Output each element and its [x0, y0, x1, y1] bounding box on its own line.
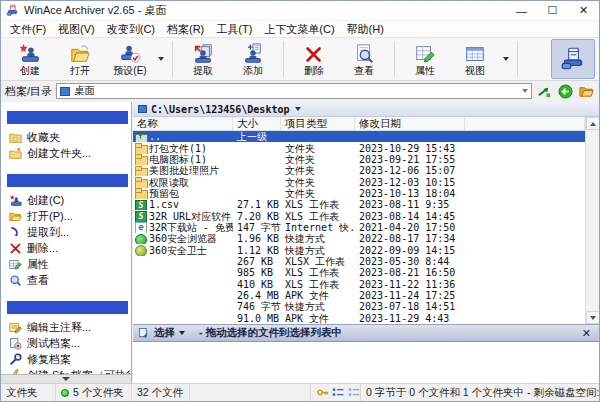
menu-tools[interactable]: 工具(T): [210, 21, 258, 38]
archiver-mode-button[interactable]: [551, 39, 595, 79]
open-archive-label: 打开: [70, 66, 90, 76]
menu-view[interactable]: 视图(V): [52, 21, 101, 38]
status-folders: 5 个文件夹: [56, 384, 132, 401]
archive-directory-combo[interactable]: 桌面: [56, 83, 532, 99]
presets-icon: [119, 43, 141, 65]
chevron-down-icon: [590, 316, 596, 320]
back-button[interactable]: [557, 83, 574, 100]
scroll-up-button[interactable]: [586, 117, 600, 130]
table-row[interactable]: 91.0 MB APK 文件 2023-11-29 4:43: [133, 313, 585, 324]
table-row[interactable]: 746 字节 快捷方式 2023-07-18 14:51: [133, 301, 585, 312]
path-bar[interactable]: C:\Users\123456\Desktop: [133, 102, 599, 117]
folder-icon: [135, 177, 146, 187]
address-label: 档案/目录: [5, 84, 52, 99]
properties-button[interactable]: 属性: [400, 39, 450, 79]
new-folder-icon: [9, 147, 22, 160]
selection-list-area[interactable]: [133, 341, 599, 383]
table-row[interactable]: 32R下载站 - 免费... 147 字节 Internet 快... 2021…: [133, 222, 585, 233]
column-header-size[interactable]: 大小: [233, 117, 281, 130]
favorites-folder-icon: [9, 131, 22, 144]
table-row[interactable]: 美图批处理照片 文件夹 2023-12-06 15:07: [133, 165, 585, 176]
selection-close-button[interactable]: ✕: [579, 327, 594, 340]
column-header-type[interactable]: 项目类型: [281, 117, 355, 130]
up-folder-icon: [135, 132, 146, 142]
sidebar-item-favorites[interactable]: 收藏夹: [1, 129, 131, 145]
status-green-dot-icon: [61, 389, 69, 397]
table-row[interactable]: 985 KB XLS 工作表 2023-08-21 16:50: [133, 267, 585, 278]
maximize-button[interactable]: ☐: [537, 1, 568, 21]
menu-context[interactable]: 上下文菜单(C): [258, 21, 340, 38]
presets-button[interactable]: 预设(E): [105, 39, 155, 79]
sidebar-item-label: 测试档案...: [27, 336, 80, 351]
sidebar-item-delete[interactable]: 删除...: [1, 240, 131, 256]
extract-to-icon: [9, 226, 22, 239]
column-header-name[interactable]: 名称: [133, 117, 233, 130]
sidebar-item-view[interactable]: 查看: [1, 272, 131, 288]
table-row[interactable]: 26.4 MB APK 文件 2023-11-24 17:25: [133, 290, 585, 301]
view-file-button[interactable]: 查看: [339, 39, 389, 79]
repair-archive-icon: [9, 353, 22, 366]
menu-archive[interactable]: 档案(R): [161, 21, 210, 38]
presets-label: 预设(E): [113, 66, 146, 76]
guard-360-icon: [135, 245, 146, 255]
path-dropdown-arrow-icon[interactable]: [295, 107, 301, 111]
sidebar-item-properties[interactable]: 属性: [1, 256, 131, 272]
extract-button[interactable]: 提取: [178, 39, 228, 79]
table-row[interactable]: 电脑图标(1) 文件夹 2023-09-21 17:55: [133, 154, 585, 165]
add-icon: [242, 43, 264, 65]
sidebar-item-repair-archive[interactable]: 修复档案: [1, 351, 131, 367]
delete-label: 删除: [304, 66, 324, 76]
vertical-scrollbar[interactable]: [585, 117, 599, 324]
sidebar-item-extract-to[interactable]: 提取到...: [1, 224, 131, 240]
sidebar-item-create-folder[interactable]: 创建文件夹...: [1, 145, 131, 161]
properties-icon: [9, 258, 22, 271]
extract-shortcut-button[interactable]: [536, 83, 553, 100]
table-row[interactable]: 权限读取 文件夹 2023-12-03 10:15: [133, 176, 585, 187]
menu-change-to[interactable]: 改变到(C): [101, 21, 161, 38]
view-mode-dropdown-arrow-icon[interactable]: [503, 57, 509, 61]
selection-panel-header: 选择 - 拖动选择的文件到选择列表中 ✕: [133, 325, 599, 341]
sidebar-scroll-down[interactable]: [1, 374, 131, 383]
select-files-icon: [138, 327, 150, 339]
selection-panel-title[interactable]: 选择: [154, 326, 175, 340]
close-button[interactable]: ✕: [568, 1, 599, 21]
winace-logo-icon: [6, 4, 19, 17]
presets-dropdown-arrow-icon[interactable]: [158, 57, 164, 61]
table-row[interactable]: .. 上一级: [133, 131, 585, 142]
table-row[interactable]: 打包文件(1) 文件夹 2023-10-29 15:43: [133, 142, 585, 153]
table-row[interactable]: 410 KB XLS 工作表 2023-11-22 11:36: [133, 278, 585, 289]
sidebar-group-bar: [7, 301, 128, 314]
sidebar-item-open[interactable]: 打开(P)...: [1, 208, 131, 224]
open-archive-button[interactable]: 打开: [55, 39, 105, 79]
open-folder-button[interactable]: [578, 83, 595, 100]
current-path: C:\Users\123456\Desktop: [151, 104, 289, 115]
menu-file[interactable]: 文件(F): [4, 21, 52, 38]
menu-help[interactable]: 帮助(H): [341, 21, 390, 38]
table-row[interactable]: 1.csv 27.1 KB XLS 工作表 2023-08-11 9:35: [133, 199, 585, 210]
sidebar-item-test-archive[interactable]: 测试档案...: [1, 335, 131, 351]
view-mode-button[interactable]: 视图: [450, 39, 500, 79]
extract-shortcut-icon: [537, 84, 552, 99]
combo-value: 桌面: [74, 84, 95, 98]
minimize-button[interactable]: —: [506, 1, 537, 21]
delete-button[interactable]: 删除: [289, 39, 339, 79]
sidebar-item-create[interactable]: 创建(C): [1, 192, 131, 208]
status-scope: 文件夹: [1, 384, 56, 401]
sidebar-item-edit-comment[interactable]: 编辑主注释...: [1, 319, 131, 335]
scroll-down-button[interactable]: [586, 311, 600, 324]
column-header-date[interactable]: 修改日期: [355, 117, 465, 130]
archiver-mode-icon: [560, 46, 586, 72]
table-row[interactable]: 预留包 文件夹 2023-10-13 18:04: [133, 188, 585, 199]
folder-icon: [135, 188, 146, 198]
combo-dropdown-arrow-icon[interactable]: [522, 89, 528, 93]
xls-file-icon: [135, 200, 146, 210]
create-archive-button[interactable]: 创建: [5, 39, 55, 79]
table-row[interactable]: 32R_URL对应软件... 7.20 KB XLS 工作表 2023-08-1…: [133, 210, 585, 221]
table-row[interactable]: 360安全卫士 1.12 KB 快捷方式 2022-09-09 14:15: [133, 244, 585, 255]
add-button[interactable]: 添加: [228, 39, 278, 79]
desktop-icon: [60, 87, 70, 96]
selection-dropdown-arrow-icon[interactable]: [179, 331, 185, 335]
table-row[interactable]: 267 KB XLSX 工作表 2023-05-30 8:44: [133, 256, 585, 267]
table-row[interactable]: 360安全浏览器 1.96 KB 快捷方式 2022-08-17 17:34: [133, 233, 585, 244]
toolbar-separator: [172, 41, 173, 77]
